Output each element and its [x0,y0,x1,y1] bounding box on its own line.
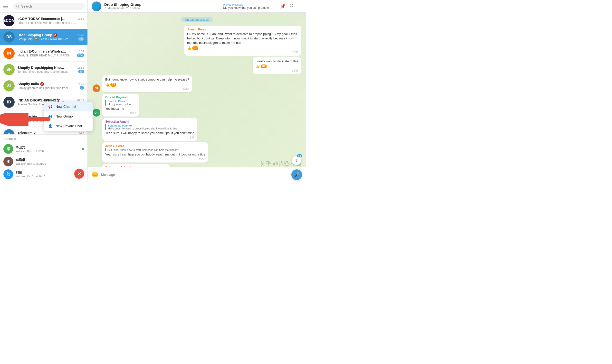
message-row: OR Official Raymond Juan L. Pérez Hi, my… [93,94,301,117]
chat-name: Telegram ✓ [17,131,36,134]
contact-item-c3[interactable]: 刘 刘焰 last seen Oct 21 at 18:15 [3,168,84,181]
chat-preview: Group Help: 📦 Please Follow The Gro... [17,38,71,41]
new-group-label: New Group [56,114,73,118]
chat-preview: Tomiwa: If you need any recommenda... [17,70,70,74]
chat-item-indian-ecommerce[interactable]: IN Indian E-Commerce Wholsaler B2... 16:… [0,45,87,62]
message-bubble: Official Raymond Juan L. Pérez Hi, my na… [102,94,139,117]
search-header-icon[interactable] [290,3,294,9]
chat-avatar: ECOM [3,15,15,26]
chat-item-ecom-today[interactable]: ECOM eCOM TODAY Ecommerce | ENG C... 16:… [0,13,87,29]
more-options-icon[interactable]: ⋮ [298,4,302,9]
message-sender: Official Raymond [105,96,136,99]
reactions: 👍BT [256,65,298,68]
contact-item-c1[interactable]: 毕 毕卫龙 last seen Dec 6 at 22:42 [3,143,84,155]
chat-preview: Sanjay graphics designer full time freel… [17,86,70,90]
contact-info: 李晨曦 last seen Nov 21 at 21:30 [15,158,84,165]
message-text: I really want to dedicate to this [256,59,298,64]
message-bubble: Sviatoslav Polenok Hello guys, I'm new t… [102,164,169,167]
chat-info: Telegram ✓ Wed Login code: 49450. Do not… [17,131,84,134]
contact-status: last seen Nov 21 at 21:30 [15,162,84,165]
reply-quote: Juan L. Pérez Hi, my name is Juan, ... [105,100,136,106]
pin-icon[interactable]: 📌 [280,4,286,9]
message-row: Sebastian Arnold Sviatoslav Polenok Hell… [93,118,301,141]
context-menu-item-new-group[interactable]: 👥 New Group [44,111,93,121]
reaction-bt[interactable]: BT [110,83,116,87]
message-bubble: I really want to dedicate to this 👍BT 12… [253,57,301,74]
contact-status: last seen Dec 6 at 22:42 [15,150,79,153]
chat-info: Drop Shipping Group 🔇 16:46 Group Help: … [17,33,84,41]
new-group-icon: 👥 [48,114,53,119]
message-bubble: But i dont know how to start, someone ca… [102,76,192,92]
pinned-label: Pinned Message [223,3,272,6]
message-avatar: OR [93,109,100,117]
search-input[interactable] [21,4,82,8]
chat-item-drop-shipping[interactable]: DS Drop Shipping Group 🔇 16:46 Group Hel… [0,29,87,45]
chat-info: Shopify Dropshipping Knowledge ... 15:52… [17,66,84,74]
reaction-emoji[interactable]: 👍 [187,46,191,50]
message-bubble: Juan L. Pérez Hi, my name is Juan, and i… [184,26,301,56]
pinned-message-area[interactable]: Pinned Message Did you know that you can… [223,3,272,10]
search-bar[interactable] [13,3,84,10]
chat-info: Shopify India 🔇 14:33 Sanjay graphics de… [17,82,84,90]
chat-item-shopify-india[interactable]: SI Shopify India 🔇 14:33 Sanjay graphics… [0,78,87,94]
header-actions: Pinned Message Did you know that you can… [223,3,302,10]
scroll-to-bottom-button[interactable]: 88 ↓ [292,156,301,165]
chat-time: 15:52 [77,66,84,69]
contact-item-c2[interactable]: 李 李晨曦 last seen Nov 21 at 21:30 [3,155,84,168]
message-avatar: JP [93,84,100,92]
unread-badge: 1 [80,86,84,90]
chat-preview: Luis: Hi i need help with one store onli… [17,21,76,25]
contact-avatar: 刘 [3,169,13,179]
hamburger-menu[interactable] [3,2,11,10]
reactions: 👍BT [105,83,189,87]
chat-input-bar: 😊 🎤 [88,167,306,182]
chat-name: Indian E-Commerce Wholsaler B2... [17,49,66,53]
message-time: 12:56 [187,51,298,54]
message-time: 12:57 [105,88,189,90]
reaction-bt[interactable]: BT [261,65,267,68]
message-time: 15:50 [105,158,205,161]
message-sender: Sebastian Arnold [105,120,194,123]
contact-name: 刘焰 [15,170,84,175]
chat-time: 02:19 [77,99,84,102]
reply-quote: Sviatoslav Polenok Hello guys, I'm new t… [105,124,194,130]
context-menu-item-new-channel[interactable]: 📢 New Channel [44,102,93,111]
emoji-button[interactable]: 😊 [92,171,98,178]
message-row: Juan L. Pérez But i dont know how to sta… [93,142,301,162]
mic-button[interactable]: 🎤 [291,169,302,180]
message-row: I really want to dedicate to this 👍BT 12… [93,57,301,74]
message-bubble: Sebastian Arnold Sviatoslav Polenok Hell… [102,118,197,141]
chat-header: 🌐 Drop Shipping Group 7 048 members, 258… [88,0,306,13]
chat-avatar: DS [3,31,15,43]
chat-item-shopify-dropshipping[interactable]: SH Shopify Dropshipping Knowledge ... 15… [0,62,87,78]
group-name[interactable]: Drop Shipping Group [104,2,223,7]
reply-sender: Sviatoslav Polenok [108,124,194,127]
message-text: But i dont know how to start, someone ca… [105,77,189,82]
reaction-emoji[interactable]: 👍 [256,65,260,68]
reaction-bt[interactable]: BT [192,46,198,50]
chat-name: Shopify India 🔇 [17,82,44,86]
sidebar-header [0,0,87,13]
contact-info: 毕卫龙 last seen Dec 6 at 22:42 [15,145,79,153]
unread-divider: Unread messages [93,17,301,22]
message-text: Yeah sure, I will happy to share you som… [105,131,194,135]
context-menu-item-new-private[interactable]: 👤 New Private Chat [44,121,93,131]
reaction-emoji[interactable]: 👍 [105,83,109,87]
chat-avatar: T [3,129,15,134]
unread-badge: 88 [78,37,84,41]
group-avatar: 🌐 [92,1,101,11]
reply-quote: But i dont know how to start, someone ca… [105,148,205,151]
chat-avatar: SI [3,80,15,91]
message-text: Yeah sure I can help you out buddy, reac… [105,152,205,157]
online-indicator [82,148,84,150]
mic-area: 🎤 [291,169,302,180]
contact-avatar: 李 [3,157,13,167]
chat-time: 16:55 [77,17,84,20]
close-fab-button[interactable]: ✕ [74,169,84,179]
pinned-text: Did you know that you can promote ... [223,6,272,10]
contact-name: 毕卫龙 [15,145,79,150]
message-input[interactable] [101,173,289,177]
new-channel-icon: 📢 [48,104,53,109]
message-text: Yes inbox me [105,106,136,111]
unread-count-badge: 88 [297,154,302,157]
